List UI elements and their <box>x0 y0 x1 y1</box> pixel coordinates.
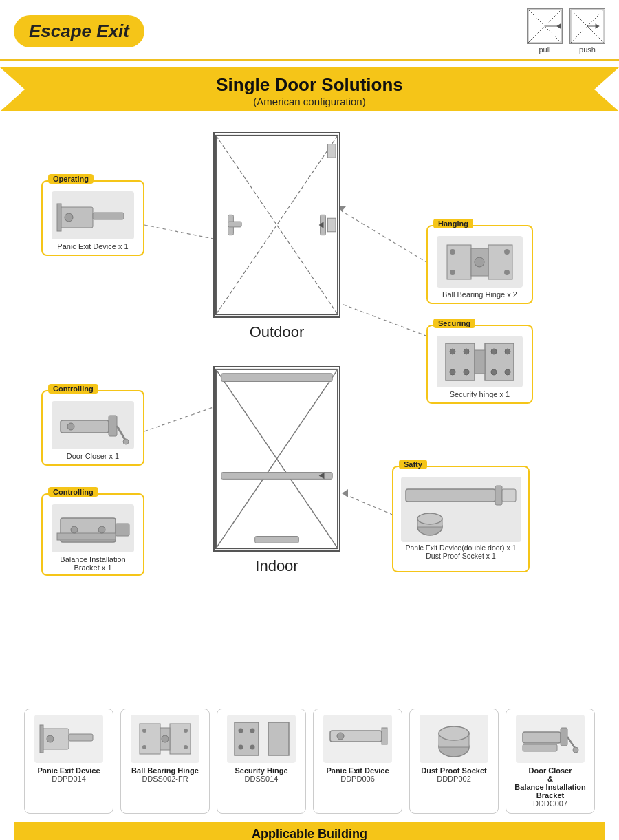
indoor-door-svg <box>215 367 339 550</box>
product-image <box>227 715 296 763</box>
svg-rect-30 <box>221 374 332 382</box>
securing-box: Securing Security hinge x 1 <box>426 325 533 404</box>
svg-line-10 <box>144 225 213 239</box>
diagram-area: Outdoor Indoor Operating <box>0 111 619 703</box>
svg-rect-86 <box>268 722 289 755</box>
svg-line-14 <box>342 493 399 517</box>
svg-point-51 <box>464 349 469 354</box>
applicable-section: Applicable Building ResidenceHigh-grade … <box>14 822 605 840</box>
banner-subtitle: (American configuration) <box>0 96 619 107</box>
controlling1-box: Controlling Door Closer x 1 <box>41 390 144 466</box>
svg-point-60 <box>123 439 129 444</box>
svg-rect-35 <box>93 213 124 219</box>
svg-point-100 <box>573 747 578 753</box>
svg-rect-76 <box>40 725 43 753</box>
svg-rect-32 <box>255 537 299 543</box>
product-card: Security HingeDDSS014 <box>217 709 306 814</box>
svg-point-42 <box>450 270 455 275</box>
svg-point-72 <box>417 513 442 524</box>
svg-point-88 <box>239 745 243 750</box>
product-image <box>323 715 392 763</box>
svg-rect-67 <box>406 489 495 502</box>
svg-point-53 <box>491 349 497 354</box>
outdoor-door-svg <box>215 133 339 316</box>
svg-point-66 <box>98 526 105 533</box>
svg-rect-78 <box>170 724 191 754</box>
svg-point-80 <box>142 729 146 733</box>
applicable-header: Applicable Building <box>14 822 605 840</box>
indoor-label: Indoor <box>213 557 340 575</box>
svg-point-84 <box>162 735 169 742</box>
securing-caption: Security hinge x 1 <box>450 390 510 398</box>
operating-caption: Panic Exit Device x 1 <box>57 242 128 250</box>
safety-image <box>401 477 521 542</box>
svg-rect-92 <box>382 728 387 744</box>
controlling2-caption: Balance Installation Bracket x 1 <box>47 555 139 572</box>
product-card: Dust Proof SocketDDDP002 <box>409 709 499 814</box>
hanging-image <box>437 236 523 288</box>
product-card: Ball Bearing HingeDDSS002-FR <box>120 709 210 814</box>
hanging-tag: Hanging <box>433 219 473 228</box>
title-badge: Escape Exit <box>14 15 144 47</box>
svg-point-50 <box>450 369 455 375</box>
svg-point-82 <box>184 729 188 733</box>
products-section: Panic Exit DeviceDDPD014Ball Bearing Hin… <box>0 703 619 814</box>
svg-point-55 <box>505 349 510 354</box>
header: Escape Exit pull push <box>0 0 619 61</box>
securing-tag: Securing <box>433 319 475 328</box>
svg-line-11 <box>342 211 433 266</box>
push-icon-wrap: push <box>569 8 605 54</box>
hanging-box: Hanging Ball Bearing Hinge x 2 <box>426 225 533 304</box>
products-grid: Panic Exit DeviceDDPD014Ball Bearing Hin… <box>14 709 605 814</box>
operating-tag: Operating <box>48 174 94 184</box>
product-code: DDSS002-FR <box>142 775 188 783</box>
svg-point-56 <box>505 369 510 375</box>
svg-point-52 <box>464 369 469 375</box>
product-image <box>34 715 103 763</box>
product-name: Ball Bearing Hinge <box>131 766 199 775</box>
svg-rect-101 <box>523 744 557 751</box>
svg-line-59 <box>117 426 126 441</box>
controlling2-image <box>52 504 134 552</box>
product-card: Panic Exit DeviceDDPD014 <box>24 709 113 814</box>
banner: Single Door Solutions (American configur… <box>0 67 619 111</box>
svg-point-43 <box>504 249 510 255</box>
product-name: Panic Exit Device <box>326 766 389 775</box>
product-image <box>516 715 585 763</box>
product-code: DDPD014 <box>52 775 86 783</box>
controlling2-tag: Controlling <box>48 487 98 497</box>
safety-caption: Panic Exit Device(double door) x 1 Dust … <box>405 543 516 560</box>
controlling2-box: Controlling Balance Installation Bracket… <box>41 493 144 576</box>
svg-point-44 <box>504 270 510 275</box>
product-code: DDSS014 <box>245 775 279 783</box>
svg-rect-34 <box>58 207 93 228</box>
svg-rect-31 <box>221 473 332 480</box>
product-code: DDPD006 <box>340 775 375 783</box>
svg-point-96 <box>439 726 469 740</box>
svg-rect-97 <box>523 732 561 743</box>
door-icons: pull push <box>527 8 605 54</box>
svg-point-61 <box>67 423 74 430</box>
svg-point-83 <box>184 745 188 749</box>
pull-icon-wrap: pull <box>527 8 563 54</box>
svg-point-89 <box>250 729 255 733</box>
svg-point-87 <box>239 729 243 733</box>
safety-box: Safty Panic Exit Device(double door) x 1… <box>392 466 530 572</box>
controlling1-image <box>52 401 134 449</box>
product-name: Dust Proof Socket <box>421 766 486 775</box>
operating-image <box>52 191 134 239</box>
banner-title: Single Door Solutions <box>0 74 619 96</box>
pull-door-icon <box>527 8 563 44</box>
svg-rect-63 <box>116 524 129 536</box>
svg-point-54 <box>491 369 497 375</box>
svg-point-41 <box>450 249 455 255</box>
product-card: Door Closer & Balance Installation Brack… <box>506 709 595 814</box>
product-name: Door Closer & Balance Installation Brack… <box>512 766 589 799</box>
svg-rect-48 <box>475 350 485 374</box>
pull-label: pull <box>539 45 550 54</box>
svg-rect-69 <box>502 489 516 502</box>
svg-line-12 <box>342 304 433 338</box>
svg-rect-22 <box>228 222 242 227</box>
product-code: DDDC007 <box>533 799 567 808</box>
indoor-door-diagram <box>213 366 340 552</box>
